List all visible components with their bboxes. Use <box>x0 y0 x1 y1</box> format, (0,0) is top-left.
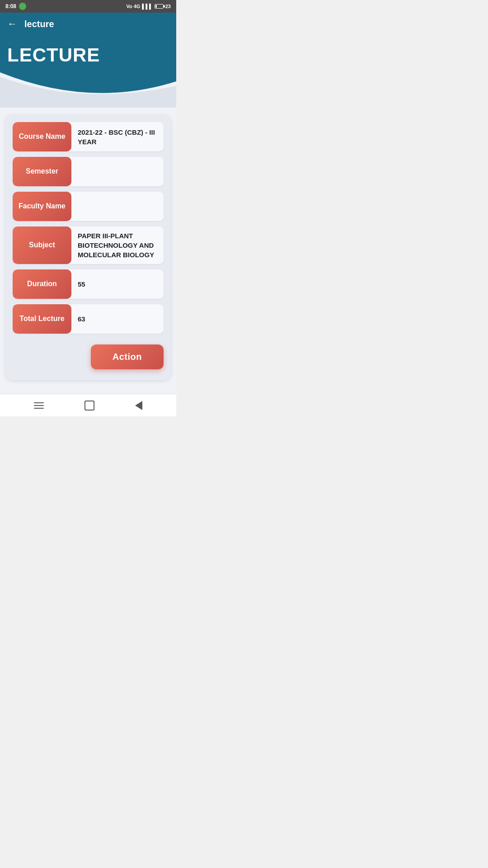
hamburger-icon <box>34 402 44 409</box>
form-card: Course Name 2021-22 - BSC (CBZ) - III YE… <box>5 115 171 380</box>
faculty-name-label: Faculty Name <box>13 192 71 221</box>
notification-icon <box>19 3 26 10</box>
time-display: 8:08 <box>5 3 16 9</box>
subject-label: Subject <box>13 226 71 264</box>
semester-label: Semester <box>13 157 71 186</box>
faculty-name-row: Faculty Name <box>13 192 164 221</box>
main-content: Course Name 2021-22 - BSC (CBZ) - III YE… <box>0 108 176 394</box>
nav-back-button[interactable] <box>135 401 142 410</box>
nav-home-button[interactable] <box>84 401 94 410</box>
action-button[interactable]: Action <box>91 344 164 369</box>
duration-label: Duration <box>13 269 71 299</box>
status-time-area: 8:08 <box>5 3 26 10</box>
home-icon <box>84 401 94 410</box>
action-row: Action <box>13 341 164 373</box>
hero-title: LECTURE <box>0 35 176 75</box>
faculty-name-value <box>71 192 164 221</box>
status-right-area: Vo 4G ▌▌▌ 23 <box>126 4 171 9</box>
nav-menu-button[interactable] <box>34 402 44 409</box>
semester-row: Semester <box>13 157 164 186</box>
bottom-navigation <box>0 394 176 416</box>
battery-icon <box>155 4 164 9</box>
hero-curve-decoration <box>0 72 176 108</box>
hero-section: LECTURE <box>0 35 176 108</box>
course-name-row: Course Name 2021-22 - BSC (CBZ) - III YE… <box>13 122 164 151</box>
total-lecture-label: Total Lecture <box>13 304 71 334</box>
app-header: ← lecture <box>0 13 176 35</box>
course-name-label: Course Name <box>13 122 71 151</box>
network-type: Vo 4G <box>126 4 140 9</box>
back-button[interactable]: ← <box>7 18 17 30</box>
subject-value: PAPER III-PLANT BIOTECHNOLOGY AND MOLECU… <box>71 226 164 264</box>
total-lecture-row: Total Lecture 63 <box>13 304 164 334</box>
header-title: lecture <box>24 19 54 29</box>
back-triangle-icon <box>135 401 142 410</box>
signal-icon: ▌▌▌ <box>142 4 152 9</box>
duration-row: Duration 55 <box>13 269 164 299</box>
duration-value: 55 <box>71 269 164 299</box>
course-name-value: 2021-22 - BSC (CBZ) - III YEAR <box>71 122 164 151</box>
status-bar: 8:08 Vo 4G ▌▌▌ 23 <box>0 0 176 13</box>
total-lecture-value: 63 <box>71 304 164 334</box>
semester-value <box>71 157 164 186</box>
subject-row: Subject PAPER III-PLANT BIOTECHNOLOGY AN… <box>13 226 164 264</box>
battery-percent: 23 <box>165 4 171 9</box>
